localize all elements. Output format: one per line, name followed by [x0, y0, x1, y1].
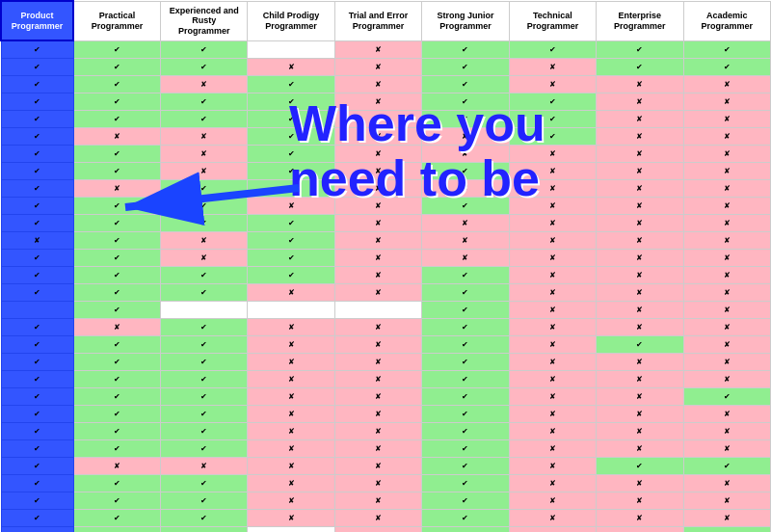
- cell: ✘: [597, 232, 683, 250]
- cell: ✘: [509, 232, 596, 250]
- cell: ✘: [597, 302, 683, 319]
- cell: ✘: [509, 180, 596, 198]
- cell: ✘: [248, 475, 334, 492]
- cell: ✔: [422, 267, 509, 284]
- cell: ✔: [160, 492, 247, 510]
- cell: ✘: [509, 59, 596, 76]
- cell: ✘: [597, 111, 683, 128]
- cell: ✔: [1, 371, 73, 388]
- cell: ✘: [334, 198, 421, 215]
- cell: ✔: [160, 354, 247, 371]
- cell: ✘: [248, 336, 334, 354]
- cell: ✔: [73, 388, 160, 406]
- cell: ✔: [160, 215, 247, 232]
- table-row: ✘✔✘✔✘✘✘✘✘: [1, 232, 771, 250]
- cell: ✔: [73, 406, 160, 423]
- table-row: ✔✔✔✘✘✔✘✘✘: [1, 475, 771, 492]
- cell: ✘: [509, 146, 596, 163]
- cell: ✘: [334, 319, 421, 336]
- cell: ✘: [334, 163, 421, 180]
- cell: ✔: [73, 284, 160, 302]
- cell: ✔: [248, 93, 334, 111]
- cell: ✔: [1, 146, 73, 163]
- cell: ✔: [160, 510, 247, 527]
- cell: ✔: [1, 215, 73, 232]
- table-row: ✔✔✔✘✘✔✘✔✔: [1, 59, 771, 76]
- cell: ✔: [73, 215, 160, 232]
- table-row: ✔✔✔✘✘✔✘✘✘: [1, 371, 771, 388]
- cell: [248, 302, 334, 319]
- cell: ✘: [509, 215, 596, 232]
- cell: ✔: [422, 458, 509, 475]
- cell: ✔: [248, 215, 334, 232]
- cell: ✘: [597, 284, 683, 302]
- cell: ✔: [422, 423, 509, 440]
- cell: ✔: [1, 163, 73, 180]
- cell: ✘: [248, 458, 334, 475]
- cell: ✔: [73, 232, 160, 250]
- cell: ✔: [160, 284, 247, 302]
- cell: ✔: [73, 111, 160, 128]
- cell: ✔: [683, 458, 770, 475]
- cell: ✘: [160, 76, 247, 93]
- cell: ✔: [422, 527, 509, 532]
- cell: ✘: [683, 354, 770, 371]
- cell: ✔: [1, 510, 73, 527]
- table-row: ✔✔✘✔✘✘✘✘✘: [1, 146, 771, 163]
- cell: ✘: [248, 371, 334, 388]
- cell: ✔: [509, 111, 596, 128]
- cell: ✔: [1, 128, 73, 146]
- cell: ✘: [597, 93, 683, 111]
- cell: ✔: [422, 93, 509, 111]
- cell: ✘: [597, 492, 683, 510]
- cell: ✔: [160, 198, 247, 215]
- cell: ✘: [334, 354, 421, 371]
- cell: ✘: [683, 146, 770, 163]
- cell: ✔: [1, 180, 73, 198]
- cell: ✔: [160, 180, 247, 198]
- cell: ✔: [422, 475, 509, 492]
- cell: ✘: [509, 163, 596, 180]
- cell: ✔: [160, 440, 247, 458]
- cell: ✘: [334, 146, 421, 163]
- cell: ✘: [597, 163, 683, 180]
- cell: ✘: [509, 250, 596, 267]
- cell: ✘: [597, 76, 683, 93]
- cell: ✔: [160, 388, 247, 406]
- cell: ✔: [422, 319, 509, 336]
- cell: ✔: [73, 250, 160, 267]
- cell: ✘: [683, 198, 770, 215]
- cell: ✘: [248, 406, 334, 423]
- cell: ✔: [248, 232, 334, 250]
- cell: ✘: [683, 440, 770, 458]
- table-row: ✔✔✘✔✘✔✘✘✘: [1, 76, 771, 93]
- cell: ✔: [597, 458, 683, 475]
- table-row: ✔✔✔✘✘✔✘✘✘: [1, 284, 771, 302]
- comparison-table: ProductProgrammerPracticalProgrammerExpe…: [0, 0, 771, 532]
- cell: ✔: [73, 440, 160, 458]
- cell: ✘: [334, 250, 421, 267]
- cell: ✔: [683, 388, 770, 406]
- cell: ✘: [509, 406, 596, 423]
- cell: ✘: [509, 76, 596, 93]
- cell: ✘: [160, 146, 247, 163]
- cell: ✘: [683, 319, 770, 336]
- table-row: ✔✔✘✔✘✘✘✘✘: [1, 250, 771, 267]
- cell: ✘: [683, 93, 770, 111]
- cell: ✔: [73, 527, 160, 532]
- cell: ✘: [73, 458, 160, 475]
- cell: ✘: [334, 371, 421, 388]
- cell: ✘: [509, 267, 596, 284]
- cell: ✘: [683, 284, 770, 302]
- cell: ✘: [1, 232, 73, 250]
- table-row: ✔✔✘✘✘: [1, 302, 771, 319]
- cell: ✘: [334, 284, 421, 302]
- cell: ✘: [683, 475, 770, 492]
- cell: ✘: [597, 475, 683, 492]
- cell: [248, 40, 334, 59]
- cell: ✘: [509, 423, 596, 440]
- cell: ✘: [334, 232, 421, 250]
- table-row: ✔✔✔✘✘✔✘✘✘: [1, 406, 771, 423]
- cell: ✘: [248, 423, 334, 440]
- cell: ✘: [422, 146, 509, 163]
